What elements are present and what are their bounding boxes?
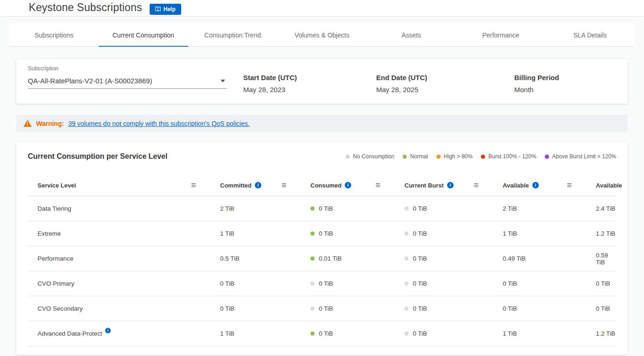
available-alt-value: 0 TiB (596, 280, 610, 287)
warning-banner: ! Warning: 39 volumes do not comply with… (16, 115, 628, 132)
info-icon[interactable] (105, 328, 111, 333)
committed-value: 1 TiB (220, 230, 234, 237)
consumed-cell: 0 TiB (310, 305, 404, 312)
committed-cell: 0 TiB (220, 280, 310, 287)
available-cell: 1 TiB (503, 330, 596, 337)
subscription-select[interactable]: Subscription QA-All-RatePlans-V2-01 (A-S… (28, 65, 227, 94)
legend-item-above-burst-limit-120: Above Burst Limit > 120% (545, 153, 616, 160)
consumption-status-dot (310, 306, 315, 311)
tab-assets[interactable]: Assets (366, 23, 456, 47)
tab-sla-details[interactable]: SLA Details (545, 23, 635, 47)
available-alt-value: 0 TiB (596, 305, 610, 312)
service-level-cell: Extreme (28, 230, 220, 237)
available-alt-value: 1.2 TiB (596, 330, 615, 337)
burst-status-dot (404, 231, 409, 236)
available-alt-cell: 1.2 TiB (596, 230, 616, 237)
available-value: 1 TiB (503, 230, 517, 237)
service-level-cell: CVO Secondary (28, 305, 220, 312)
consumption-card-title: Current Consumption per Service Level (28, 152, 167, 161)
column-header-current-burst-3: Current Burst (404, 181, 503, 189)
burst-status-dot (404, 281, 409, 286)
consumed-value: 0 TiB (319, 230, 333, 237)
committed-value: 0 TiB (220, 305, 234, 312)
column-header-available-5: Available (596, 182, 622, 189)
subscription-field-start-date-utc: Start Date (UTC)May 28, 2023 (243, 74, 376, 94)
consumed-value: 0 TiB (319, 305, 333, 312)
svg-text:!: ! (27, 122, 28, 127)
current-burst-cell: 0 TiB (404, 205, 503, 212)
top-bar: Keystone Subscriptions Help (0, 0, 644, 17)
chevron-down-icon[interactable] (221, 80, 225, 82)
main-content: Subscription QA-All-RatePlans-V2-01 (A-S… (0, 59, 644, 355)
available-value: 2 TiB (503, 205, 517, 212)
help-button-label: Help (164, 6, 176, 12)
table-row-cvo-primary: CVO Primary0 TiB0 TiB0 TiB0 TiB0 TiB (28, 271, 616, 296)
available-cell: 0 TiB (503, 305, 596, 312)
service-level-name: Advanced Data-Protect (38, 330, 102, 337)
service-level-name: CVO Secondary (38, 305, 83, 312)
legend-dot (545, 155, 549, 159)
tab-label: Current Consumption (113, 31, 174, 39)
consumption-status-dot (310, 206, 315, 211)
service-level-name: Performance (38, 255, 73, 262)
tab-performance[interactable]: Performance (456, 23, 545, 47)
warning-triangle-icon: ! (23, 119, 32, 127)
column-header-label: Consumed (310, 182, 341, 189)
page-title: Keystone Subscriptions (29, 1, 142, 14)
legend-item-burst-100-120: Burst 100% - 120% (481, 153, 536, 160)
current-burst-cell: 0 TiB (404, 230, 503, 237)
tab-current-consumption[interactable]: Current Consumption (99, 23, 188, 47)
consumed-cell: 0.01 TiB (310, 255, 404, 262)
subscription-select-label: Subscription (28, 65, 227, 72)
committed-cell: 1 TiB (220, 230, 310, 237)
info-icon[interactable] (447, 182, 454, 188)
tab-consumption-trend[interactable]: Consumption Trend (188, 23, 278, 47)
warning-qos-link[interactable]: 39 volumes do not comply with this subsc… (68, 120, 250, 127)
service-level-name: Extreme (38, 230, 61, 237)
column-header-consumed-2: Consumed (310, 181, 404, 189)
table-row-extreme: Extreme1 TiB0 TiB0 TiB1 TiB1.2 TiB (28, 221, 616, 246)
legend-dot (346, 155, 350, 159)
current-burst-value: 0 TiB (413, 255, 427, 262)
consumed-value: 0 TiB (319, 330, 333, 337)
column-menu-icon[interactable] (567, 181, 572, 189)
current-burst-cell: 0 TiB (404, 330, 503, 337)
legend-item-normal: Normal (403, 153, 428, 160)
field-label: Billing Period (514, 74, 559, 81)
tab-label: Performance (482, 31, 519, 39)
info-icon[interactable] (255, 182, 261, 188)
legend-dot (403, 155, 407, 159)
consumption-table: Service LevelCommittedConsumedCurrent Bu… (28, 175, 616, 346)
column-menu-icon[interactable] (281, 181, 286, 189)
available-alt-cell: 1.2 TiB (596, 330, 616, 337)
burst-status-dot (404, 306, 409, 311)
consumed-cell: 0 TiB (310, 280, 404, 287)
legend-label: Burst 100% - 120% (488, 153, 536, 160)
help-button[interactable]: Help (150, 4, 181, 15)
current-burst-cell: 0 TiB (404, 280, 503, 287)
current-burst-value: 0 TiB (413, 305, 427, 312)
subscription-field-end-date-utc: End Date (UTC)May 28, 2025 (376, 74, 514, 94)
column-header-label: Available (596, 182, 622, 189)
consumption-card: Current Consumption per Service Level No… (16, 142, 628, 355)
column-menu-icon[interactable] (191, 181, 196, 189)
tab-label: Subscriptions (34, 31, 73, 39)
committed-cell: 1 TiB (220, 330, 310, 337)
available-alt-value: 2.4 TiB (596, 205, 615, 212)
legend-item-high-80: High > 80% (436, 153, 473, 160)
committed-value: 1 TiB (220, 330, 234, 337)
info-icon[interactable] (345, 182, 351, 188)
consumption-status-dot (310, 231, 315, 236)
service-level-name: CVO Primary (38, 280, 75, 287)
available-cell: 0 TiB (503, 280, 596, 287)
current-burst-value: 0 TiB (413, 205, 427, 212)
warning-label: Warning: (36, 120, 64, 127)
column-menu-icon[interactable] (474, 181, 479, 189)
burst-status-dot (404, 206, 409, 211)
field-value: Month (514, 86, 559, 94)
tab-subscriptions[interactable]: Subscriptions (9, 23, 99, 47)
tab-volumes-objects[interactable]: Volumes & Objects (278, 23, 367, 47)
column-menu-icon[interactable] (375, 181, 380, 189)
info-icon[interactable] (532, 182, 539, 188)
consumed-cell: 0 TiB (310, 230, 404, 237)
